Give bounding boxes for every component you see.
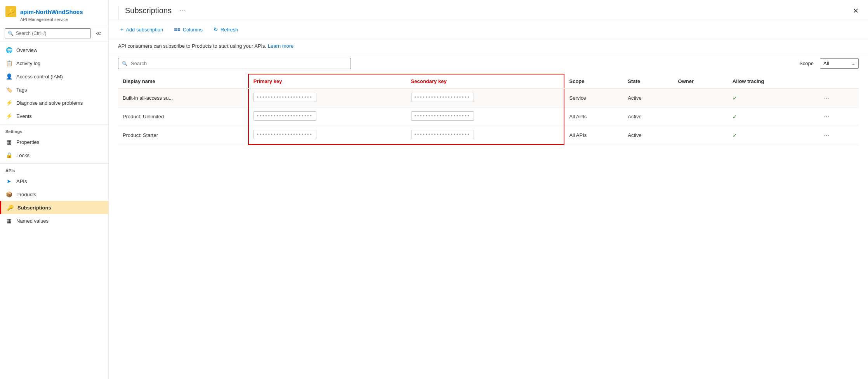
- overview-icon: 🌐: [5, 47, 12, 54]
- col-secondary-key: Secondary key: [406, 74, 564, 88]
- sidebar-item-properties[interactable]: ▦ Properties: [0, 135, 108, 149]
- add-subscription-label: Add subscription: [126, 27, 163, 33]
- locks-icon: 🔒: [5, 152, 12, 159]
- scope-label: Scope: [799, 61, 814, 66]
- sidebar-item-label: Properties: [16, 139, 39, 145]
- row-primary-key: ••••••••••••••••••••: [248, 126, 406, 145]
- row-primary-key: ••••••••••••••••••••: [248, 107, 406, 126]
- sidebar-item-apis[interactable]: ➤ APIs: [0, 175, 108, 188]
- sidebar-item-named-values[interactable]: ▦ Named values: [0, 214, 108, 227]
- sidebar-item-overview[interactable]: 🌐 Overview: [0, 43, 108, 57]
- row-secondary-key: ••••••••••••••••••••: [406, 107, 564, 126]
- search-input[interactable]: [5, 28, 91, 38]
- row-display-name: Product: Starter: [118, 126, 248, 145]
- col-scope: Scope: [564, 74, 623, 88]
- info-text: API consumers can subscribe to Products …: [118, 43, 266, 49]
- add-subscription-button[interactable]: + Add subscription: [118, 25, 165, 34]
- sidebar-item-access-control[interactable]: 👤 Access control (IAM): [0, 70, 108, 83]
- secondary-key-value: ••••••••••••••••••••: [411, 93, 474, 102]
- row-allow-tracing: ✓: [728, 107, 817, 126]
- main-header: Subscriptions ··· ✕: [109, 0, 868, 20]
- row-primary-key: ••••••••••••••••••••: [248, 88, 406, 107]
- sidebar-item-label: Overview: [16, 47, 37, 53]
- learn-more-link[interactable]: Learn more: [268, 43, 293, 49]
- table-row: Product: Unlimited •••••••••••••••••••• …: [118, 107, 859, 126]
- sidebar-item-diagnose[interactable]: ⚡ Diagnose and solve problems: [0, 96, 108, 109]
- sidebar-item-label: Diagnose and solve problems: [16, 100, 83, 106]
- check-icon: ✓: [733, 95, 737, 101]
- tags-icon: 🏷️: [5, 86, 12, 93]
- sidebar-item-tags[interactable]: 🏷️ Tags: [0, 83, 108, 96]
- sidebar-item-events[interactable]: ⚡ Events: [0, 109, 108, 123]
- sidebar-item-label: Access control (IAM): [16, 74, 63, 80]
- more-button[interactable]: ···: [822, 112, 832, 121]
- sidebar-item-locks[interactable]: 🔒 Locks: [0, 149, 108, 162]
- row-display-name: Product: Unlimited: [118, 107, 248, 126]
- sidebar-item-label: Activity log: [16, 61, 40, 66]
- row-more: ···: [817, 126, 859, 145]
- columns-icon: ≡≡: [174, 26, 180, 33]
- primary-key-value: ••••••••••••••••••••: [253, 93, 316, 102]
- row-scope: All APIs: [564, 107, 623, 126]
- sidebar-item-products[interactable]: 📦 Products: [0, 188, 108, 201]
- table-body: Built-in all-access su... ••••••••••••••…: [118, 88, 859, 145]
- header-dots[interactable]: ···: [179, 7, 185, 19]
- columns-button[interactable]: ≡≡ Columns: [172, 25, 205, 34]
- secondary-key-value: ••••••••••••••••••••: [411, 111, 474, 121]
- filter-search-icon: 🔍: [122, 61, 128, 66]
- table-container: Display name Primary key Secondary key S…: [109, 74, 868, 379]
- col-primary-key: Primary key: [248, 74, 406, 88]
- sidebar-item-subscriptions[interactable]: 🔑 Subscriptions: [0, 201, 108, 214]
- table-header: Display name Primary key Secondary key S…: [118, 74, 859, 88]
- apis-icon: ➤: [5, 178, 12, 185]
- add-icon: +: [120, 26, 123, 33]
- row-scope: Service: [564, 88, 623, 107]
- primary-key-value: ••••••••••••••••••••: [253, 130, 316, 139]
- col-owner: Owner: [674, 74, 728, 88]
- row-more: ···: [817, 88, 859, 107]
- check-icon: ✓: [733, 132, 737, 138]
- row-state: Active: [623, 107, 673, 126]
- sidebar-item-label: APIs: [16, 178, 27, 184]
- row-state: Active: [623, 88, 673, 107]
- col-more: [817, 74, 859, 88]
- page-title: Subscriptions: [118, 6, 172, 20]
- secondary-key-value: ••••••••••••••••••••: [411, 130, 474, 139]
- close-button[interactable]: ✕: [853, 7, 859, 20]
- activity-log-icon: 📋: [5, 60, 12, 67]
- sidebar-item-activity-log[interactable]: 📋 Activity log: [0, 57, 108, 70]
- settings-section-label: Settings: [0, 124, 108, 135]
- sidebar-header: 🔑 apim-NorthWindShoes API Management ser…: [0, 0, 108, 25]
- row-display-name: Built-in all-access su...: [118, 88, 248, 107]
- row-owner: [674, 88, 728, 107]
- subscriptions-icon: 🔑: [7, 204, 14, 211]
- scope-select[interactable]: All: [820, 58, 859, 69]
- sidebar-item-label: Locks: [16, 152, 30, 158]
- row-secondary-key: ••••••••••••••••••••: [406, 88, 564, 107]
- filter-search-input[interactable]: [118, 58, 351, 69]
- properties-icon: ▦: [5, 138, 12, 145]
- check-icon: ✓: [733, 114, 737, 120]
- columns-label: Columns: [183, 27, 203, 33]
- sidebar-item-label: Subscriptions: [17, 205, 51, 211]
- col-allow-tracing: Allow tracing: [728, 74, 817, 88]
- primary-key-value: ••••••••••••••••••••: [253, 111, 316, 121]
- sidebar-collapse-button[interactable]: ≪: [93, 29, 104, 37]
- apis-section-label: APIs: [0, 163, 108, 175]
- more-button[interactable]: ···: [822, 94, 832, 102]
- events-icon: ⚡: [5, 112, 12, 119]
- row-allow-tracing: ✓: [728, 126, 817, 145]
- sidebar-nav-wrapper: 🌐 Overview 📋 Activity log 👤 Access contr…: [0, 42, 108, 379]
- more-button[interactable]: ···: [822, 131, 832, 140]
- sidebar: 🔑 apim-NorthWindShoes API Management ser…: [0, 0, 109, 379]
- info-bar: API consumers can subscribe to Products …: [109, 39, 868, 53]
- main-content: Subscriptions ··· ✕ + Add subscription ≡…: [109, 0, 868, 379]
- sidebar-item-label: Products: [16, 192, 36, 197]
- scope-wrapper: All: [820, 58, 859, 69]
- table-row: Product: Starter •••••••••••••••••••• ••…: [118, 126, 859, 145]
- named-values-icon: ▦: [5, 217, 12, 224]
- row-owner: [674, 126, 728, 145]
- app-name: apim-NorthWindShoes: [20, 9, 83, 15]
- filter-bar: 🔍 Scope All: [109, 53, 868, 74]
- refresh-button[interactable]: ↻ Refresh: [211, 25, 241, 34]
